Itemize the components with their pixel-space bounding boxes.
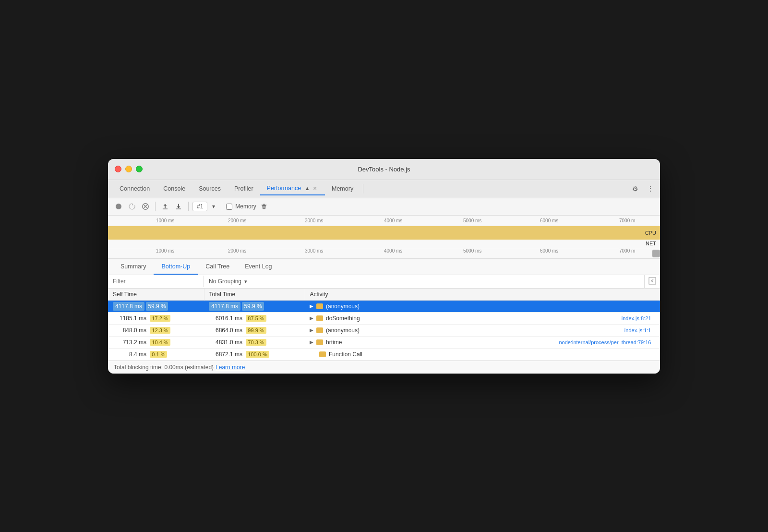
- collapse-button[interactable]: [644, 275, 660, 288]
- self-time-cell: 8.4 ms 0.1 %: [108, 348, 204, 360]
- folder-icon: [316, 303, 323, 309]
- total-time-cell: 6864.0 ms 99.9 %: [204, 324, 305, 336]
- table-header-row: Self Time Total Time Activity: [108, 289, 660, 301]
- activity-name: doSomething: [326, 315, 360, 322]
- minimize-button[interactable]: [125, 166, 132, 172]
- tick-4000ms: 4000 ms: [384, 218, 402, 223]
- timeline-ruler-bottom: 1000 ms 2000 ms 3000 ms 4000 ms 5000 ms …: [108, 248, 660, 259]
- self-time-cell: 4117.8 ms 59.9 %: [108, 300, 204, 312]
- expand-arrow-icon[interactable]: ▶: [310, 327, 313, 333]
- table-row[interactable]: 848.0 ms 12.3 %6864.0 ms 99.9 %▶(anonymo…: [108, 324, 660, 336]
- activity-cell: ▶doSomethingindex.js:8:21: [305, 313, 660, 324]
- self-time-cell: 848.0 ms 12.3 %: [108, 324, 204, 336]
- grouping-arrow-icon: ▾: [244, 278, 247, 285]
- toolbar-divider-1: [155, 202, 156, 211]
- activity-name: (anonymous): [326, 327, 360, 334]
- tick-2000ms: 2000 ms: [228, 218, 246, 223]
- dropdown-arrow-icon: ▾: [212, 203, 215, 210]
- activity-name: Function Call: [329, 351, 362, 358]
- subtab-call-tree[interactable]: Call Tree: [198, 259, 237, 275]
- source-link[interactable]: index.js:1:1: [624, 327, 651, 333]
- btick-5000ms: 5000 ms: [463, 248, 481, 254]
- net-label: NET: [646, 241, 656, 246]
- learn-more-link[interactable]: Learn more: [216, 364, 245, 371]
- memory-checkbox-input[interactable]: [226, 204, 232, 210]
- close-button[interactable]: [115, 166, 121, 172]
- download-button[interactable]: [173, 201, 184, 212]
- activity-name: hrtime: [326, 339, 342, 346]
- folder-icon: [316, 327, 323, 333]
- grouping-select[interactable]: No Grouping ▾: [204, 276, 644, 287]
- traffic-lights: [115, 166, 143, 172]
- table-row[interactable]: 1185.1 ms 17.2 %6016.1 ms 87.5 %▶doSomet…: [108, 312, 660, 324]
- grouping-label: No Grouping: [209, 278, 241, 285]
- source-link[interactable]: node:internal/process/per_thread:79:16: [559, 339, 651, 345]
- svg-point-0: [116, 204, 121, 209]
- window-title: DevTools - Node.js: [358, 166, 410, 173]
- folder-icon: [316, 315, 323, 321]
- memory-checkbox-label[interactable]: Memory: [226, 203, 256, 210]
- subtab-summary[interactable]: Summary: [113, 259, 154, 275]
- settings-icon[interactable]: ⚙: [630, 184, 640, 193]
- timeline-area: 1000 ms 2000 ms 3000 ms 4000 ms 5000 ms …: [108, 216, 660, 259]
- total-time-cell: 6872.1 ms 100.0 %: [204, 348, 305, 360]
- toolbar-divider-2: [188, 202, 189, 211]
- table-row[interactable]: 4117.8 ms 59.9 %4117.8 ms 59.9 %▶(anonym…: [108, 300, 660, 312]
- table-row[interactable]: 8.4 ms 0.1 %6872.1 ms 100.0 %Function Ca…: [108, 348, 660, 360]
- expand-arrow-icon[interactable]: ▶: [310, 303, 313, 309]
- title-bar: DevTools - Node.js: [108, 159, 660, 180]
- total-time-cell: 4831.0 ms 70.3 %: [204, 336, 305, 348]
- maximize-button[interactable]: [136, 166, 143, 172]
- th-self-time: Self Time: [108, 289, 204, 301]
- tab-close-performance[interactable]: ✕: [312, 185, 318, 192]
- th-total-time: Total Time: [204, 289, 305, 301]
- btick-6000ms: 6000 ms: [540, 248, 558, 254]
- subtab-bottom-up[interactable]: Bottom-Up: [154, 259, 198, 275]
- total-time-cell: 6016.1 ms 87.5 %: [204, 312, 305, 324]
- tab-sources[interactable]: Sources: [192, 182, 228, 195]
- scrollbar-handle[interactable]: [652, 250, 660, 257]
- tick-5000ms: 5000 ms: [463, 218, 481, 223]
- performance-table: Self Time Total Time Activity 4117.8 ms …: [108, 289, 660, 361]
- btick-4000ms: 4000 ms: [384, 248, 402, 254]
- btick-1000ms: 1000 ms: [156, 248, 174, 254]
- record-button[interactable]: [113, 201, 124, 212]
- cpu-bar: CPU: [108, 226, 660, 240]
- filter-row: No Grouping ▾: [108, 275, 660, 289]
- devtools-window: DevTools - Node.js Connection Console So…: [108, 159, 660, 374]
- tab-console[interactable]: Console: [156, 182, 192, 195]
- activity-cell: ▶hrtimenode:internal/process/per_thread:…: [305, 337, 660, 348]
- table-row[interactable]: 713.2 ms 10.4 %4831.0 ms 70.3 %▶hrtimeno…: [108, 336, 660, 348]
- tab-profiler[interactable]: Profiler: [228, 182, 260, 195]
- tab-connection[interactable]: Connection: [113, 182, 156, 195]
- total-time-cell: 4117.8 ms 59.9 %: [204, 300, 305, 312]
- record-icon: ▲: [305, 185, 310, 191]
- tab-performance[interactable]: Performance ▲ ✕: [260, 182, 325, 195]
- filter-input[interactable]: [108, 276, 204, 287]
- svg-rect-6: [649, 278, 656, 284]
- tick-3000ms: 3000 ms: [305, 218, 323, 223]
- trash-button[interactable]: [258, 201, 270, 212]
- source-link[interactable]: index.js:8:21: [622, 315, 651, 321]
- profile-dropdown[interactable]: ▾: [209, 202, 218, 211]
- expand-arrow-icon[interactable]: ▶: [310, 315, 313, 321]
- activity-cell: ▶(anonymous)index.js:1:1: [305, 325, 660, 336]
- svg-rect-4: [163, 208, 168, 209]
- folder-icon: [316, 339, 323, 345]
- tab-separator: [363, 184, 363, 193]
- tick-1000ms: 1000 ms: [156, 218, 174, 223]
- upload-button[interactable]: [159, 201, 171, 212]
- tab-memory[interactable]: Memory: [325, 182, 360, 195]
- status-text: Total blocking time: 0.00ms (estimated): [114, 364, 214, 371]
- subtab-event-log[interactable]: Event Log: [237, 259, 279, 275]
- tab-bar-actions: ⚙ ⋮: [630, 184, 655, 193]
- self-time-cell: 1185.1 ms 17.2 %: [108, 312, 204, 324]
- more-icon[interactable]: ⋮: [646, 184, 655, 193]
- th-activity: Activity: [305, 289, 660, 301]
- expand-arrow-icon[interactable]: ▶: [310, 339, 313, 345]
- reload-button[interactable]: [126, 201, 138, 212]
- toolbar: #1 ▾ Memory: [108, 198, 660, 216]
- toolbar-divider-3: [222, 202, 222, 211]
- stop-button[interactable]: [140, 201, 151, 212]
- activity-name: (anonymous): [326, 303, 360, 310]
